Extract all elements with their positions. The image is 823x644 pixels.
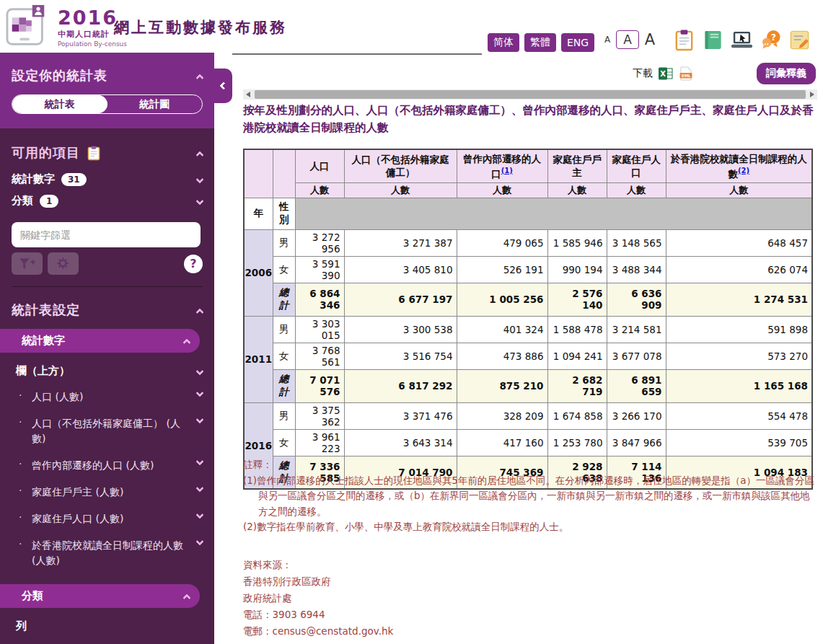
app-root: 2016 中期人口統計 Population By-census 網上互動數據發…: [0, 0, 823, 644]
stats-subsection-bar[interactable]: 統計數字: [0, 329, 200, 353]
e-services-laptop-icon[interactable]: [731, 29, 753, 51]
available-class-row[interactable]: 分類 1: [12, 194, 203, 208]
data-cell: 526 191: [457, 256, 547, 283]
tab-table[interactable]: 統計表: [12, 95, 107, 113]
column-header-label: 家庭住戶人口: [612, 154, 661, 178]
stat-item[interactable]: ·人口（不包括外籍家庭傭工） (人數): [12, 410, 203, 452]
chevron-down-icon[interactable]: [195, 415, 203, 423]
unit-cell: 人數: [344, 182, 457, 198]
sidebar-collapse-button[interactable]: [214, 69, 232, 103]
horizontal-scrollbar[interactable]: [243, 89, 817, 100]
questionnaire-clipboard-icon[interactable]: [673, 29, 695, 51]
dimension-header-row: 年 性別: [244, 198, 812, 229]
chevron-down-icon[interactable]: [195, 197, 203, 205]
lang-button-tc[interactable]: 繁體: [524, 33, 556, 52]
data-cell: 3 847 966: [607, 429, 666, 456]
chevron-up-icon[interactable]: [195, 74, 203, 81]
stat-item-label: 於香港院校就讀全日制課程的人數 (人數): [32, 538, 197, 568]
chevron-up-icon[interactable]: [195, 308, 203, 316]
available-stats-row[interactable]: 統計數字 31: [12, 172, 203, 186]
scrollbar-thumb[interactable]: [255, 90, 806, 99]
sex-label-cell: 總計: [273, 369, 295, 402]
data-cell: 3 272 956: [295, 229, 344, 256]
class-item[interactable]: ·年: [12, 639, 203, 644]
data-cell: 6 677 197: [344, 283, 457, 316]
sex-label-cell: 女: [273, 256, 295, 283]
table-settings-header[interactable]: 統計表設定: [12, 301, 203, 319]
svg-text:XML: XML: [681, 74, 691, 78]
font-size-small-button[interactable]: A: [604, 35, 610, 45]
font-size-controls: A A A: [604, 30, 655, 49]
table-body: 2006男3 272 9563 271 387479 0651 585 9463…: [244, 229, 812, 489]
tab-chart[interactable]: 統計圖: [107, 95, 203, 113]
data-cell: 3 768 561: [295, 343, 344, 369]
chevron-down-icon[interactable]: [195, 484, 203, 492]
stat-item-label: 人口 (人數): [32, 389, 197, 405]
data-cell: 3 214 581: [607, 316, 666, 343]
note-ref: (1): [243, 475, 257, 486]
column-header: 人口: [295, 149, 344, 182]
chevron-up-icon[interactable]: [195, 151, 203, 159]
data-cell: 539 705: [666, 429, 812, 456]
lang-button-sc[interactable]: 简体: [488, 33, 519, 52]
chevron-down-icon[interactable]: [195, 511, 203, 519]
publications-book-icon[interactable]: [702, 29, 724, 51]
note-ref-link[interactable]: (1): [501, 167, 513, 175]
chevron-up-icon[interactable]: [182, 338, 190, 346]
keyword-filter-input[interactable]: [12, 222, 201, 247]
stat-item-label: 家庭住戶戶主 (人數): [32, 485, 197, 500]
class-subsection-bar[interactable]: 分類: [0, 584, 200, 608]
source-line: 電郵：census@censtatd.gov.hk: [243, 623, 393, 640]
note-item: (1)曾作內部遷移的人士指該人士的現住地區與其5年前的居住地區不同。在分析內部遷…: [243, 473, 818, 520]
chevron-down-icon[interactable]: [195, 457, 203, 465]
stat-item[interactable]: ·人口 (人數): [12, 384, 203, 410]
column-position-row[interactable]: 欄（上方）: [12, 364, 203, 378]
chevron-down-icon[interactable]: [195, 367, 203, 375]
data-cell: 3 271 387: [344, 229, 457, 256]
column-header-label: 家庭住戶戶主: [553, 154, 602, 178]
page-title: 網上互動數據發布服務: [114, 17, 287, 38]
stat-item[interactable]: ·家庭住戶人口 (人數): [12, 506, 203, 532]
scroll-right-arrow[interactable]: [807, 89, 817, 100]
feedback-notepad-icon[interactable]: [788, 29, 811, 51]
note-item: (2)數字指在學前教育、小學、中學及專上教育院校就讀全日制課程的人士。: [243, 519, 818, 535]
stat-item[interactable]: ·於香港院校就讀全日制課程的人數 (人數): [12, 532, 203, 574]
lang-button-en[interactable]: ENG: [561, 33, 594, 52]
faq-bubble-icon[interactable]: ?: [760, 29, 782, 51]
data-cell: 591 898: [666, 316, 812, 343]
note-ref-link[interactable]: (2): [738, 167, 749, 175]
stat-item[interactable]: ·曾作內部遷移的人口 (人數): [12, 452, 203, 479]
chevron-up-icon[interactable]: [182, 594, 190, 601]
chevron-left-icon: [219, 81, 227, 89]
add-filter-button[interactable]: [12, 252, 43, 275]
available-items-header[interactable]: 可用的項目: [12, 144, 203, 162]
font-size-medium-button[interactable]: A: [616, 30, 639, 49]
data-cell: 1 005 256: [457, 283, 547, 316]
table-settings-section: 統計表設定 統計數字 欄（上方） ·人口 (人數)·人口（不包括外籍家庭傭工） …: [0, 301, 214, 644]
data-cell: 1 588 478: [547, 316, 607, 343]
scroll-left-arrow[interactable]: [243, 89, 253, 100]
help-button[interactable]: ?: [184, 255, 203, 273]
chevron-down-icon[interactable]: [195, 537, 203, 545]
bullet: ·: [19, 485, 32, 496]
sex-label-cell: 男: [273, 229, 295, 256]
download-excel-icon[interactable]: X: [659, 66, 673, 81]
bullet: ·: [19, 416, 32, 428]
chevron-down-icon[interactable]: [195, 389, 203, 397]
available-stats-label: 統計數字: [12, 172, 55, 186]
stat-item[interactable]: ·家庭住戶戶主 (人數): [12, 479, 203, 506]
download-xml-icon[interactable]: XML: [679, 66, 693, 81]
settings-gear-button[interactable]: [48, 252, 79, 275]
config-section-header[interactable]: 設定你的統計表: [12, 67, 203, 84]
glossary-button[interactable]: 詞彙釋義: [757, 63, 816, 84]
unit-cell: 人數: [607, 182, 666, 198]
data-cell: 990 194: [547, 256, 607, 283]
gray-spacer-cell: [295, 198, 812, 229]
note-text: 數字指在學前教育、小學、中學及專上教育院校就讀全日制課程的人士。: [257, 521, 568, 532]
available-items-section: 可用的項目 統計數字 31 分類: [0, 144, 214, 287]
font-size-large-button[interactable]: A: [645, 31, 655, 48]
year-cell: 2006: [244, 229, 273, 316]
note-ref: (2): [243, 521, 257, 532]
chevron-down-icon[interactable]: [195, 175, 203, 183]
data-cell: 6 864 346: [295, 283, 344, 316]
